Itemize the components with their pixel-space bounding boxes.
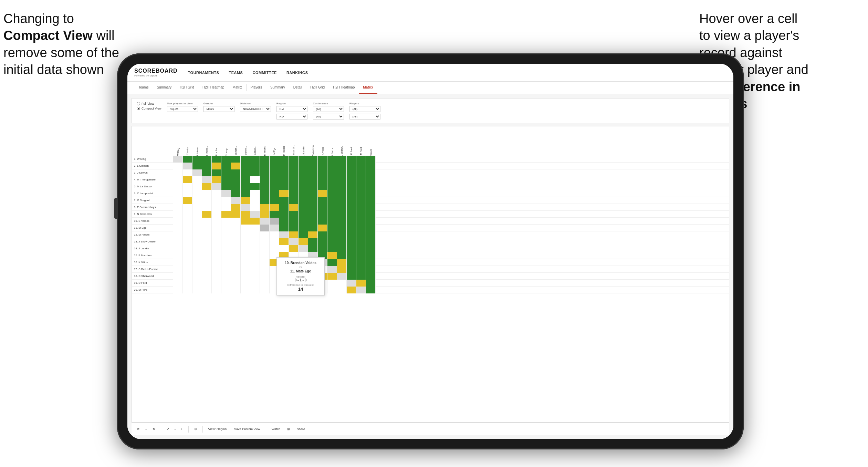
matrix-cell[interactable] xyxy=(327,252,337,259)
matrix-cell[interactable] xyxy=(347,231,356,238)
matrix-cell[interactable] xyxy=(347,204,356,211)
matrix-cell[interactable] xyxy=(212,225,221,231)
matrix-cell[interactable] xyxy=(250,245,260,252)
matrix-cell[interactable] xyxy=(289,245,299,252)
matrix-cell[interactable] xyxy=(212,176,221,183)
matrix-cell[interactable] xyxy=(241,156,250,163)
matrix-cell[interactable] xyxy=(347,211,356,218)
matrix-cell[interactable] xyxy=(221,238,231,245)
matrix-cell[interactable] xyxy=(202,183,212,190)
matrix-cell[interactable] xyxy=(173,176,183,183)
matrix-cell[interactable] xyxy=(202,163,212,169)
subnav-h2h-heatmap1[interactable]: H2H Heatmap xyxy=(198,82,228,94)
matrix-cell[interactable] xyxy=(347,163,356,169)
matrix-cell[interactable] xyxy=(221,176,231,183)
matrix-cell[interactable] xyxy=(327,211,337,218)
matrix-cell[interactable] xyxy=(337,266,347,273)
matrix-cell[interactable] xyxy=(337,280,347,287)
nav-committee[interactable]: COMMITTEE xyxy=(252,71,277,75)
matrix-cell[interactable] xyxy=(212,273,221,280)
matrix-cell[interactable] xyxy=(366,252,376,259)
matrix-cell[interactable] xyxy=(202,273,212,280)
matrix-cell[interactable] xyxy=(260,204,270,211)
matrix-cell[interactable] xyxy=(366,156,376,163)
matrix-cell[interactable] xyxy=(289,183,299,190)
matrix-cell[interactable] xyxy=(183,225,192,231)
matrix-cell[interactable] xyxy=(221,287,231,293)
matrix-cell[interactable] xyxy=(260,190,270,197)
matrix-cell[interactable] xyxy=(212,183,221,190)
matrix-cell[interactable] xyxy=(327,225,337,231)
matrix-cell[interactable] xyxy=(337,163,347,169)
matrix-cell[interactable] xyxy=(192,238,202,245)
matrix-cell[interactable] xyxy=(337,169,347,176)
matrix-cell[interactable] xyxy=(173,238,183,245)
matrix-cell[interactable] xyxy=(231,225,241,231)
matrix-cell[interactable] xyxy=(173,169,183,176)
nav-teams[interactable]: TEAMS xyxy=(229,71,243,75)
matrix-cell[interactable] xyxy=(231,238,241,245)
matrix-cell[interactable] xyxy=(221,266,231,273)
matrix-cell[interactable] xyxy=(250,259,260,266)
save-custom-button[interactable]: Save Custom View xyxy=(233,427,262,432)
matrix-cell[interactable] xyxy=(270,156,279,163)
matrix-cell[interactable] xyxy=(366,176,376,183)
matrix-cell[interactable] xyxy=(221,245,231,252)
matrix-cell[interactable] xyxy=(327,176,337,183)
matrix-cell[interactable] xyxy=(173,211,183,218)
matrix-cell[interactable] xyxy=(337,204,347,211)
matrix-cell[interactable] xyxy=(260,238,270,245)
matrix-cell[interactable] xyxy=(250,280,260,287)
matrix-cell[interactable] xyxy=(289,225,299,231)
subnav-detail[interactable]: Detail xyxy=(289,82,306,94)
matrix-cell[interactable] xyxy=(356,287,366,293)
matrix-cell[interactable] xyxy=(279,183,289,190)
matrix-cell[interactable] xyxy=(289,218,299,225)
matrix-cell[interactable] xyxy=(337,252,347,259)
matrix-cell[interactable] xyxy=(279,211,289,218)
matrix-cell[interactable] xyxy=(250,231,260,238)
matrix-cell[interactable] xyxy=(173,259,183,266)
matrix-cell[interactable] xyxy=(347,183,356,190)
matrix-cell[interactable] xyxy=(308,225,318,231)
matrix-cell[interactable] xyxy=(221,204,231,211)
matrix-cell[interactable] xyxy=(260,245,270,252)
compact-view-radio[interactable]: Compact View xyxy=(137,107,161,110)
matrix-cell[interactable] xyxy=(250,211,260,218)
matrix-cell[interactable] xyxy=(202,231,212,238)
matrix-cell[interactable] xyxy=(221,190,231,197)
matrix-cell[interactable] xyxy=(250,218,260,225)
matrix-cell[interactable] xyxy=(192,169,202,176)
matrix-cell[interactable] xyxy=(308,238,318,245)
matrix-cell[interactable] xyxy=(337,211,347,218)
matrix-cell[interactable] xyxy=(212,266,221,273)
matrix-cell[interactable] xyxy=(289,211,299,218)
matrix-cell[interactable] xyxy=(241,190,250,197)
matrix-cell[interactable] xyxy=(250,183,260,190)
matrix-cell[interactable] xyxy=(183,183,192,190)
matrix-cell[interactable] xyxy=(356,218,366,225)
division-select[interactable]: NCAA Division I xyxy=(240,106,271,112)
matrix-cell[interactable] xyxy=(260,259,270,266)
matrix-cell[interactable] xyxy=(337,197,347,204)
matrix-cell[interactable] xyxy=(270,225,279,231)
matrix-cell[interactable] xyxy=(192,218,202,225)
matrix-cell[interactable] xyxy=(221,163,231,169)
matrix-cell[interactable] xyxy=(202,252,212,259)
matrix-cell[interactable] xyxy=(183,204,192,211)
matrix-cell[interactable] xyxy=(221,231,231,238)
matrix-cell[interactable] xyxy=(347,252,356,259)
matrix-cell[interactable] xyxy=(202,259,212,266)
matrix-cell[interactable] xyxy=(241,266,250,273)
matrix-cell[interactable] xyxy=(250,252,260,259)
matrix-cell[interactable] xyxy=(183,273,192,280)
matrix-cell[interactable] xyxy=(327,287,337,293)
matrix-cell[interactable] xyxy=(356,280,366,287)
matrix-cell[interactable] xyxy=(212,238,221,245)
gender-select[interactable]: Men's xyxy=(203,106,234,112)
matrix-cell[interactable] xyxy=(347,225,356,231)
matrix-cell[interactable] xyxy=(241,252,250,259)
matrix-cell[interactable] xyxy=(183,163,192,169)
matrix-cell[interactable] xyxy=(260,211,270,218)
matrix-cell[interactable] xyxy=(270,183,279,190)
